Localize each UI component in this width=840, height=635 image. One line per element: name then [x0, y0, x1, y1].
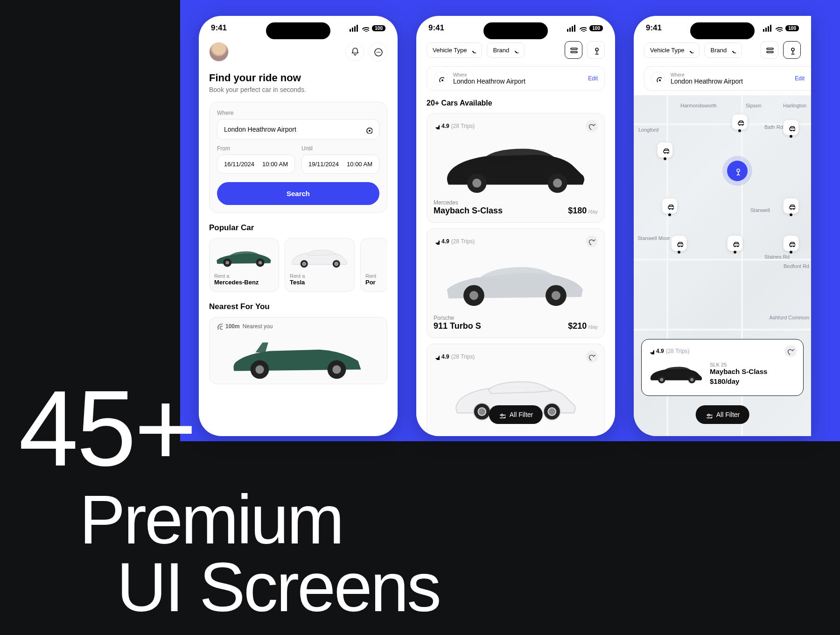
location-icon — [364, 125, 372, 134]
rating-value: 4.9 — [441, 353, 449, 360]
notifications-button[interactable] — [345, 42, 364, 61]
phone-map: 9:41 100 Vehicle Type Brand Where London — [634, 16, 811, 436]
map-selected-card[interactable]: 4.9 (28 Trips) SLK 25 Maybach S-Class $1… — [641, 339, 804, 396]
popular-list[interactable]: Rent a Mercedes-Benz Rent a Tesla Rent P… — [209, 238, 387, 292]
car-price: $180 — [710, 377, 725, 385]
map-view-button[interactable] — [587, 41, 605, 59]
car-pin[interactable] — [783, 198, 799, 214]
chevron-down-icon — [512, 47, 518, 53]
favorite-button[interactable] — [586, 120, 598, 132]
brand-filter[interactable]: Brand — [704, 42, 742, 58]
nearest-card[interactable]: 100m Nearest you — [209, 317, 387, 384]
location-summary[interactable]: Where London Heathrow Airport Edit — [427, 66, 605, 91]
trips-count: (28 Trips) — [666, 348, 690, 354]
car-price: $180 — [568, 206, 587, 215]
where-label: Where — [671, 72, 743, 78]
heart-icon — [787, 347, 794, 355]
filter-label: Vehicle Type — [433, 47, 467, 54]
messages-button[interactable] — [369, 42, 387, 61]
map-place-label: Bath Rd — [764, 124, 783, 130]
car-pin[interactable] — [783, 120, 799, 135]
sliders-icon — [705, 411, 713, 418]
status-time: 9:41 — [646, 23, 662, 33]
availability-heading: 20+ Cars Available — [427, 99, 605, 107]
page-title: Find your ride now — [209, 72, 387, 84]
trips-count: (28 Trips) — [451, 123, 475, 129]
car-model: Maybach S-Class — [434, 206, 503, 216]
page-subtitle: Book your perfect car in seconds. — [209, 86, 387, 93]
car-pin-icon — [735, 118, 744, 126]
favorite-button[interactable] — [586, 235, 598, 247]
car-thumb-icon — [214, 246, 274, 269]
list-icon — [765, 45, 774, 55]
phone-listing: 9:41 100 Vehicle Type Brand Where London — [416, 16, 615, 436]
device-notch — [483, 22, 548, 39]
car-pin-icon — [661, 146, 669, 154]
user-avatar[interactable] — [209, 42, 229, 62]
location-summary[interactable]: Where London Heathrow Airport Edit — [644, 66, 811, 91]
star-icon — [434, 354, 440, 360]
car-pin-icon — [787, 123, 795, 132]
car-image — [441, 254, 590, 310]
car-pin[interactable] — [783, 235, 799, 251]
my-location-marker[interactable] — [727, 161, 748, 181]
price-per: /day — [588, 209, 598, 214]
brand-filter[interactable]: Brand — [487, 42, 525, 58]
car-pin[interactable] — [662, 198, 678, 214]
car-pin[interactable] — [732, 114, 748, 130]
until-input[interactable]: 19/11/2024 10:00 AM — [301, 155, 379, 174]
map-place-label: Ashford Common — [769, 315, 809, 320]
edit-location-link[interactable]: Edit — [795, 75, 805, 82]
all-filter-button[interactable]: All Filter — [489, 405, 543, 424]
price-per: /day — [588, 324, 598, 330]
pin-icon — [216, 323, 223, 330]
headline-line-2: Premium — [79, 486, 440, 553]
popular-card-mercedes[interactable]: Rent a Mercedes-Benz — [209, 238, 279, 292]
map-place-label: Harmondsworth — [680, 103, 717, 108]
filter-label: Vehicle Type — [650, 47, 684, 54]
rating-value: 4.9 — [441, 238, 449, 245]
heart-icon — [588, 238, 595, 245]
vehicle-type-filter[interactable]: Vehicle Type — [644, 42, 700, 58]
car-model: Maybach S-Class — [710, 367, 767, 375]
bell-icon — [350, 47, 360, 57]
popular-card-tesla[interactable]: Rent a Tesla — [285, 238, 355, 292]
from-input[interactable]: 16/11/2024 10:00 AM — [217, 155, 295, 174]
wifi-icon — [361, 24, 369, 32]
list-view-button[interactable] — [565, 41, 582, 59]
filter-label: Brand — [710, 47, 727, 54]
car-pin[interactable] — [727, 235, 743, 251]
popular-card-porsche[interactable]: Rent Por — [360, 238, 387, 292]
popular-name: Mercedes-Benz — [214, 279, 274, 286]
favorite-button[interactable] — [586, 351, 598, 363]
where-value: London Heathrow Airport — [224, 126, 296, 133]
map-icon — [591, 45, 601, 55]
all-filter-button[interactable]: All Filter — [696, 405, 749, 424]
car-pin[interactable] — [671, 235, 687, 251]
trips-count: (28 Trips) — [451, 238, 475, 245]
heart-icon — [588, 122, 595, 130]
vehicle-type-filter[interactable]: Vehicle Type — [427, 42, 482, 58]
device-notch — [266, 22, 330, 39]
sliders-icon — [498, 411, 506, 418]
car-pin-icon — [665, 202, 674, 210]
map-place-label: Stanwell — [750, 207, 770, 213]
list-view-button[interactable] — [761, 41, 778, 59]
listing-card-maybach[interactable]: 4.9 (28 Trips) Mercedes Maybach S-Class … — [427, 113, 605, 223]
from-date: 16/11/2024 — [224, 161, 254, 168]
map-view-button[interactable] — [783, 41, 801, 59]
map-canvas[interactable]: Harmondsworth Sipson Harlington Longford… — [634, 95, 811, 436]
car-pin-icon — [787, 239, 795, 247]
chevron-down-icon — [687, 47, 693, 53]
popular-name: Tesla — [290, 279, 350, 286]
where-input[interactable]: London Heathrow Airport — [217, 119, 379, 140]
map-place-label: Harlington — [783, 103, 806, 108]
battery-indicator: 100 — [589, 25, 603, 31]
favorite-button[interactable] — [784, 345, 797, 357]
edit-location-link[interactable]: Edit — [588, 75, 598, 82]
list-icon — [569, 45, 578, 55]
car-pin[interactable] — [657, 142, 673, 158]
popular-prefix: Rent a — [290, 273, 350, 279]
search-button[interactable]: Search — [217, 182, 379, 205]
listing-card-911[interactable]: 4.9 (28 Trips) Porsche 911 Turbo S $210/… — [427, 228, 605, 338]
